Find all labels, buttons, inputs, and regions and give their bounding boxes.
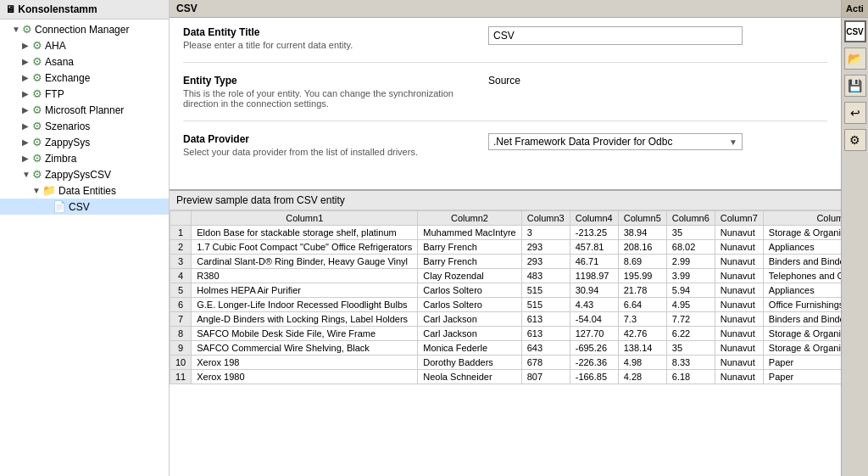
cell-c8: Binders and Binder Accessories	[763, 255, 841, 269]
cell-c4: 127.70	[570, 327, 618, 341]
gear-icon-connection-manager: ⚙	[22, 23, 32, 36]
provider-dropdown[interactable]: .Net Framework Data Provider for Odbc ▼	[488, 133, 743, 150]
cell-c5: 195.99	[618, 269, 666, 283]
cell-c5: 208.16	[618, 240, 666, 255]
row-num: 5	[170, 283, 192, 298]
sidebar-item-asana[interactable]: ▶ ⚙ Asana	[0, 53, 169, 70]
row-num: 4	[170, 269, 192, 283]
cell-c2: Barry French	[418, 240, 521, 255]
cell-c7: Nunavut	[715, 269, 763, 283]
cell-c3: 293	[521, 240, 570, 255]
settings-button[interactable]: ⚙	[844, 129, 866, 151]
gear-icon-zimbra: ⚙	[32, 152, 42, 165]
data-entity-title-control	[488, 26, 827, 45]
cell-c2: Dorothy Badders	[418, 356, 521, 370]
open-button[interactable]: 📂	[844, 48, 866, 70]
preview-table-wrapper[interactable]: Column1 Column2 Column3 Column4 Column5 …	[170, 210, 841, 476]
sidebar-item-zimbra[interactable]: ▶ ⚙ Zimbra	[0, 150, 169, 166]
col-header-6: Column6	[666, 211, 715, 226]
cell-c3: 483	[521, 269, 570, 283]
cell-c3: 613	[521, 312, 570, 327]
sidebar-item-zappysys-csv[interactable]: ▼ ⚙ ZappySysCSV	[0, 166, 169, 182]
cell-c4: 46.71	[570, 255, 618, 269]
sidebar-item-csv[interactable]: 📄 CSV	[0, 199, 169, 215]
entity-type-control: Source	[488, 75, 827, 87]
cell-c3: 807	[521, 370, 570, 384]
cell-c4: -166.85	[570, 370, 618, 384]
entity-type-label-block: Entity Type This is the role of your ent…	[183, 75, 471, 109]
cell-c5: 42.76	[618, 327, 666, 341]
cell-c1: Holmes HEPA Air Purifier	[192, 283, 418, 298]
cell-c4: 1198.97	[570, 269, 618, 283]
toggle-szenarios: ▶	[22, 121, 32, 131]
gear-icon-exchange: ⚙	[32, 71, 42, 84]
cell-c2: Muhammed MacIntyre	[418, 226, 521, 240]
cell-c4: -226.36	[570, 356, 618, 370]
cell-c7: Nunavut	[715, 240, 763, 255]
cell-c4: 457.81	[570, 240, 618, 255]
cell-c6: 2.99	[666, 255, 715, 269]
cell-c1: 1.7 Cubic Foot Compact "Cube" Office Ref…	[192, 240, 418, 255]
data-provider-control[interactable]: .Net Framework Data Provider for Odbc ▼	[488, 133, 827, 150]
cell-c4: -54.04	[570, 312, 618, 327]
cell-c1: Xerox 198	[192, 356, 418, 370]
sidebar-item-exchange[interactable]: ▶ ⚙ Exchange	[0, 70, 169, 86]
actions-panel-header: Acti	[842, 0, 868, 18]
row-num: 10	[170, 356, 192, 370]
preview-title-bar: Preview sample data from CSV entity	[170, 191, 841, 210]
row-num: 7	[170, 312, 192, 327]
toggle-ftp: ▶	[22, 89, 32, 98]
cell-c8: Appliances	[763, 240, 841, 255]
col-header-5: Column5	[618, 211, 666, 226]
sidebar-item-aha[interactable]: ▶ ⚙ AHA	[0, 37, 169, 53]
data-provider-label-block: Data Provider Select your data provider …	[183, 133, 471, 157]
cell-c7: Nunavut	[715, 283, 763, 298]
table-row: 8 SAFCO Mobile Desk Side File, Wire Fram…	[170, 327, 842, 341]
data-provider-row: Data Provider Select your data provider …	[183, 133, 827, 157]
row-num: 9	[170, 341, 192, 356]
cell-c8: Storage & Organization	[763, 226, 841, 240]
sidebar-item-ftp[interactable]: ▶ ⚙ FTP	[0, 86, 169, 102]
cell-c4: 30.94	[570, 283, 618, 298]
cell-c8: Telephones and Communication	[763, 269, 841, 283]
sidebar-item-connection-manager[interactable]: ▼ ⚙ Connection Manager	[0, 21, 169, 37]
main-area: CSV Data Entity Title Please enter a tit…	[170, 0, 841, 476]
col-header-4: Column4	[570, 211, 618, 226]
cell-c7: Nunavut	[715, 312, 763, 327]
cell-c2: Carl Jackson	[418, 312, 521, 327]
cell-c2: Carl Jackson	[418, 327, 521, 341]
csv-action-icon: CSV	[846, 27, 864, 36]
sidebar-item-microsoft-planner[interactable]: ▶ ⚙ Microsoft Planner	[0, 102, 169, 118]
table-row: 5 Holmes HEPA Air Purifier Carlos Solter…	[170, 283, 842, 298]
sidebar-item-data-entities[interactable]: ▼ 📁 Data Entities	[0, 182, 169, 199]
cell-c6: 5.94	[666, 283, 715, 298]
save-button[interactable]: 💾	[844, 75, 866, 97]
cell-c5: 4.28	[618, 370, 666, 384]
sidebar-root-label: 🖥 Konsolenstamm	[0, 0, 169, 20]
actions-panel: Acti CSV 📂 💾 ↩ ⚙	[841, 0, 868, 476]
gear-icon-asana: ⚙	[32, 55, 42, 68]
cell-c3: 3	[521, 226, 570, 240]
save-icon: 💾	[848, 79, 862, 92]
sidebar-item-zappysys[interactable]: ▶ ⚙ ZappySys	[0, 134, 169, 150]
data-entity-title-input[interactable]	[488, 26, 743, 45]
csv-panel-title: CSV	[176, 3, 198, 14]
entity-type-desc: This is the role of your entity. You can…	[183, 88, 471, 109]
cell-c3: 293	[521, 255, 570, 269]
cell-c7: Nunavut	[715, 327, 763, 341]
col-header-3: Column3	[521, 211, 570, 226]
data-preview-panel: Preview sample data from CSV entity Colu…	[170, 191, 841, 476]
toggle-connection-manager: ▼	[12, 25, 22, 34]
toggle-csv	[42, 202, 53, 211]
cell-c8: Storage & Organization	[763, 327, 841, 341]
csv-action-button[interactable]: CSV	[844, 20, 866, 42]
cell-c6: 6.22	[666, 327, 715, 341]
undo-button[interactable]: ↩	[844, 102, 866, 124]
sidebar-item-szenarios[interactable]: ▶ ⚙ Szenarios	[0, 118, 169, 134]
entity-type-value: Source	[488, 75, 520, 87]
cell-c2: Carlos Soltero	[418, 298, 521, 312]
data-entity-title-row: Data Entity Title Please enter a title f…	[183, 26, 827, 50]
table-row: 11 Xerox 1980 Neola Schneider 807 -166.8…	[170, 370, 842, 384]
cell-c7: Nunavut	[715, 370, 763, 384]
data-entity-title-label: Data Entity Title	[183, 26, 471, 38]
